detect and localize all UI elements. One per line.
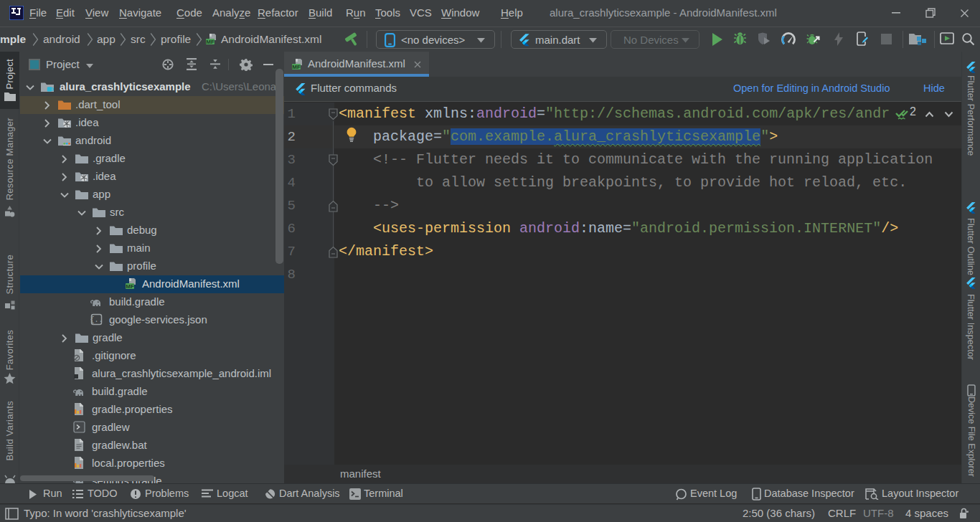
svg-text:MF: MF [206,39,215,45]
svg-text:{..: {.. [90,316,103,324]
